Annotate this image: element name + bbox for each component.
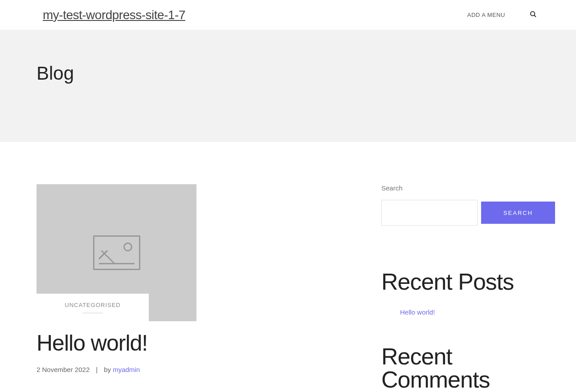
search-button-wrap: SEARCH (481, 200, 555, 226)
post-title[interactable]: Hello world! (37, 330, 196, 356)
category-panel: UNCATEGORISED (37, 294, 149, 321)
post-featured-image[interactable]: UNCATEGORISED (37, 184, 196, 321)
post-date: 2 November 2022 (37, 366, 90, 373)
list-item: Hello world! (381, 308, 543, 316)
by-label: by myadmin (104, 366, 140, 373)
page-header: Blog (0, 30, 576, 142)
post-meta: 2 November 2022 | by myadmin (37, 366, 196, 373)
posts-column: UNCATEGORISED Hello world! 2 November 20… (37, 184, 355, 392)
meta-separator: | (96, 366, 98, 373)
search-widget: Search SEARCH (381, 184, 543, 226)
post-category[interactable]: UNCATEGORISED (65, 302, 120, 308)
post-author-link[interactable]: myadmin (113, 366, 140, 373)
page-title: Blog (37, 63, 576, 84)
recent-post-link[interactable]: Hello world! (400, 308, 435, 316)
sidebar: Search SEARCH Recent Posts Hello world! … (381, 184, 543, 392)
post-excerpt: Welcome to WordPress. This is your first… (37, 390, 188, 392)
add-menu-link[interactable]: ADD A MENU (467, 12, 505, 18)
recent-comments-heading: Recent Comments (381, 345, 543, 391)
main-content: UNCATEGORISED Hello world! 2 November 20… (0, 142, 576, 392)
search-button[interactable]: SEARCH (481, 202, 555, 224)
search-label: Search (381, 184, 543, 192)
post-card: UNCATEGORISED Hello world! 2 November 20… (37, 184, 196, 392)
divider (82, 313, 103, 313)
site-header: my-test-wordpress-site-1-7 ADD A MENU (0, 0, 576, 30)
search-row: SEARCH (381, 200, 543, 226)
svg-point-0 (531, 12, 535, 16)
recent-posts-list: Hello world! (381, 308, 543, 316)
search-input[interactable] (381, 200, 478, 226)
svg-line-1 (534, 15, 536, 17)
search-icon[interactable] (530, 11, 537, 20)
site-title[interactable]: my-test-wordpress-site-1-7 (43, 8, 185, 22)
recent-posts-heading: Recent Posts (381, 268, 543, 295)
header-right: ADD A MENU (467, 11, 537, 20)
image-placeholder-icon (93, 235, 140, 270)
